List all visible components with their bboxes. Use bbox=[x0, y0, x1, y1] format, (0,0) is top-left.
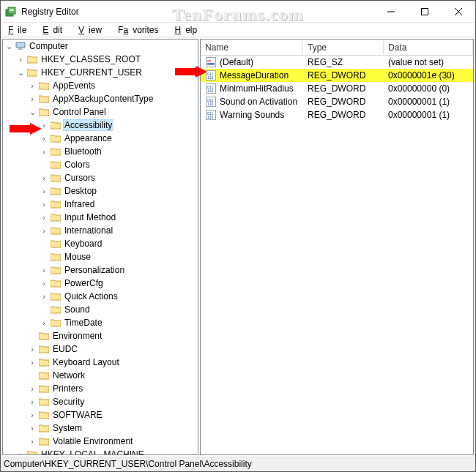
tree-node-powercfg[interactable]: ›PowerCfg bbox=[38, 277, 198, 290]
tree-node-personalization[interactable]: ›Personalization bbox=[38, 263, 198, 277]
status-bar: Computer\HKEY_CURRENT_USER\Control Panel… bbox=[1, 457, 475, 471]
expand-icon[interactable]: › bbox=[26, 409, 38, 421]
folder-icon bbox=[38, 343, 50, 355]
content-area: ⌄ Computer ›HKEY_CLASSES_ROOT ⌄HKEY_CURR… bbox=[1, 37, 475, 457]
tree-node-software[interactable]: ›SOFTWARE bbox=[26, 408, 198, 422]
tree-node-timedate[interactable]: ›TimeDate bbox=[38, 316, 198, 329]
tree-node-cursors[interactable]: ›Cursors bbox=[38, 171, 198, 184]
menu-file[interactable]: File bbox=[4, 23, 37, 37]
tree-node-printers[interactable]: ›Printers bbox=[26, 382, 198, 395]
column-header-data[interactable]: Data bbox=[384, 41, 473, 54]
maximize-button[interactable] bbox=[408, 1, 442, 23]
value-row[interactable]: 011110MessageDurationREG_DWORD0x0000001e… bbox=[201, 69, 473, 82]
tree-node-quick-actions[interactable]: ›Quick Actions bbox=[38, 290, 198, 303]
tree-node-computer[interactable]: ⌄ Computer bbox=[3, 40, 198, 53]
expand-icon[interactable]: › bbox=[26, 356, 38, 368]
tree-node-control-panel[interactable]: ⌄Control Panel bbox=[26, 105, 198, 119]
expand-icon[interactable]: › bbox=[38, 225, 50, 236]
tree-node-keyboard[interactable]: Keyboard bbox=[38, 237, 198, 250]
menu-edit[interactable]: Edit bbox=[38, 23, 72, 37]
expand-icon[interactable]: › bbox=[38, 277, 50, 289]
expand-icon[interactable]: › bbox=[26, 93, 38, 105]
expand-icon[interactable]: › bbox=[26, 422, 38, 434]
tree-node-hkcr[interactable]: ›HKEY_CLASSES_ROOT bbox=[15, 53, 198, 66]
expand-icon[interactable]: › bbox=[38, 132, 50, 144]
value-data: 0x00000001 (1) bbox=[384, 97, 473, 107]
tree-node-appx[interactable]: ›AppXBackupContentType bbox=[26, 92, 198, 105]
expand-icon[interactable]: › bbox=[38, 291, 50, 302]
value-row[interactable]: 011110MinimumHitRadiusREG_DWORD0x0000000… bbox=[201, 82, 473, 95]
expand-icon[interactable]: › bbox=[15, 449, 26, 455]
menu-favorites[interactable]: Favorites bbox=[114, 23, 168, 37]
minimize-button[interactable] bbox=[374, 1, 408, 23]
svg-rect-15 bbox=[207, 64, 215, 65]
expand-icon[interactable]: › bbox=[38, 146, 50, 157]
values-pane[interactable]: Name Type Data ab(Default)REG_SZ(value n… bbox=[200, 39, 474, 455]
value-row[interactable]: ab(Default)REG_SZ(value not set) bbox=[201, 56, 473, 69]
tree-pane[interactable]: ⌄ Computer ›HKEY_CLASSES_ROOT ⌄HKEY_CURR… bbox=[2, 39, 198, 455]
expand-icon[interactable]: › bbox=[38, 198, 50, 210]
folder-icon bbox=[50, 264, 62, 276]
collapse-icon[interactable]: ⌄ bbox=[26, 106, 38, 118]
expand-icon[interactable]: › bbox=[38, 185, 50, 197]
expand-icon[interactable]: › bbox=[26, 435, 38, 447]
expand-icon[interactable]: › bbox=[26, 383, 38, 394]
title-bar: Registry Editor bbox=[1, 1, 475, 23]
expand-icon[interactable]: › bbox=[26, 343, 38, 355]
expand-icon[interactable]: › bbox=[26, 396, 38, 408]
tree-node-desktop[interactable]: ›Desktop bbox=[38, 184, 198, 198]
expand-icon[interactable]: › bbox=[38, 211, 50, 223]
folder-icon bbox=[50, 146, 62, 157]
menu-help[interactable]: Help bbox=[170, 23, 207, 37]
tree-node-bluetooth[interactable]: ›Bluetooth bbox=[38, 145, 198, 158]
expand-icon[interactable]: › bbox=[38, 264, 50, 276]
expand-icon[interactable]: › bbox=[38, 317, 50, 329]
column-header-type[interactable]: Type bbox=[303, 41, 384, 54]
svg-text:110: 110 bbox=[207, 115, 214, 119]
value-row[interactable]: 011110Sound on ActivationREG_DWORD0x0000… bbox=[201, 95, 473, 108]
tree-node-sound[interactable]: Sound bbox=[38, 303, 198, 316]
tree-node-eudc[interactable]: ›EUDC bbox=[26, 342, 198, 356]
window-title: Registry Editor bbox=[21, 7, 79, 17]
folder-icon bbox=[50, 317, 62, 329]
dword-value-icon: 011110 bbox=[205, 96, 217, 108]
folder-icon bbox=[50, 119, 62, 131]
tree-node-hklm[interactable]: ›HKEY_LOCAL_MACHINE bbox=[15, 448, 198, 455]
tree-node-mouse[interactable]: Mouse bbox=[38, 250, 198, 263]
menu-view[interactable]: View bbox=[74, 23, 112, 37]
svg-text:110: 110 bbox=[207, 75, 214, 80]
folder-icon bbox=[50, 225, 62, 236]
svg-rect-3 bbox=[10, 10, 14, 11]
expand-icon[interactable]: › bbox=[26, 80, 38, 91]
close-button[interactable] bbox=[442, 1, 475, 23]
tree-node-input-method[interactable]: ›Input Method bbox=[38, 211, 198, 224]
value-data: (value not set) bbox=[384, 57, 473, 67]
tree-node-infrared[interactable]: ›Infrared bbox=[38, 198, 198, 211]
tree-node-security[interactable]: ›Security bbox=[26, 395, 198, 408]
tree-node-appearance[interactable]: ›Appearance bbox=[38, 132, 198, 145]
collapse-icon[interactable]: ⌄ bbox=[3, 40, 15, 52]
folder-icon bbox=[50, 185, 62, 197]
expand-icon[interactable]: › bbox=[15, 53, 26, 65]
folder-icon bbox=[26, 53, 38, 65]
svg-rect-2 bbox=[10, 9, 14, 10]
tree-node-colors[interactable]: Colors bbox=[38, 158, 198, 171]
computer-icon bbox=[15, 40, 26, 52]
tree-node-volatile-env[interactable]: ›Volatile Environment bbox=[26, 435, 198, 448]
tree-node-appevents[interactable]: ›AppEvents bbox=[26, 79, 198, 92]
tree-node-environment[interactable]: Environment bbox=[26, 329, 198, 342]
collapse-icon[interactable]: ⌄ bbox=[15, 67, 26, 78]
value-row[interactable]: 011110Warning SoundsREG_DWORD0x00000001 … bbox=[201, 108, 473, 121]
expand-icon[interactable]: › bbox=[38, 172, 50, 184]
expand-icon[interactable]: › bbox=[38, 119, 50, 131]
column-header-name[interactable]: Name bbox=[201, 41, 303, 54]
tree-node-system[interactable]: ›System bbox=[26, 422, 198, 435]
tree-node-network[interactable]: Network bbox=[26, 369, 198, 382]
tree-node-international[interactable]: ›International bbox=[38, 224, 198, 237]
tree-node-accessibility[interactable]: ›Accessibility bbox=[38, 119, 198, 132]
dword-value-icon: 011110 bbox=[205, 109, 217, 121]
folder-icon bbox=[38, 93, 50, 105]
tree-node-keyboard-layout[interactable]: ›Keyboard Layout bbox=[26, 356, 198, 369]
tree-node-hkcu[interactable]: ⌄HKEY_CURRENT_USER bbox=[15, 66, 198, 79]
value-name: MessageDuration bbox=[220, 70, 289, 80]
